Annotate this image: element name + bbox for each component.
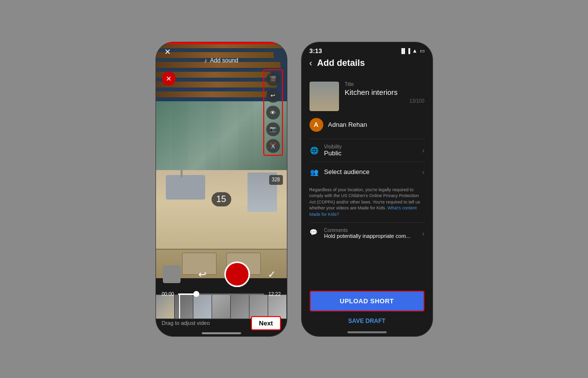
comment-icon: 💬 [309,229,319,238]
username: Adnan Rehan [328,121,368,128]
thumbnail-preview[interactable] [163,265,181,283]
toolbar-icon-5[interactable]: ✂️ [266,139,280,153]
home-indicator-right [347,331,387,333]
home-indicator-left [202,332,241,334]
music-icon: ♪ [204,57,207,64]
close-button[interactable]: ✕ [162,46,174,58]
status-bar: 3:13 ▐▌▐ ▲ ▭ [309,47,425,55]
film-strip[interactable] [156,294,287,319]
upload-short-button[interactable]: UPLOAD SHORT [309,291,425,312]
left-phone: ✕ ♪ Add sound ✕ 🎬 ↩ 👁 📷 ✂️ 328 15 ↩ ✓ [155,42,287,337]
sink [166,175,205,200]
right-header: ‹ Add details [302,58,433,68]
visibility-value: Public [324,149,342,157]
segment-counter: 15 [211,192,231,206]
check-button[interactable]: ✓ [264,266,279,282]
visibility-label: Visibility [324,144,342,149]
playback-row: 00:00 12:22 [162,291,281,297]
globe-icon: 🌐 [309,145,319,155]
progress-bar [156,42,287,44]
progress-track[interactable] [178,293,265,295]
audience-row[interactable]: 👥 Select audience › [309,162,425,182]
time-start: 00:00 [162,291,174,297]
comments-left: 💬 Comments Hold potentially inappropriat… [309,228,410,239]
audience-left: 👥 Select audience [309,167,370,177]
thumb-image [309,82,339,111]
save-draft-button[interactable]: SAVE DRAFT [309,316,425,326]
comments-chevron: › [422,230,425,237]
comments-label: Comments [324,228,410,233]
back-button[interactable]: ‹ [309,58,312,68]
status-time: 3:13 [309,47,322,55]
visibility-row[interactable]: 🌐 Visibility Public › [309,139,425,162]
visibility-col: Visibility Public [324,144,342,157]
title-section: Title Kitchen interiors 13/100 [309,82,425,111]
toolbar-icon-2[interactable]: ↩ [266,89,280,103]
right-phone: 3:13 ▐▌▐ ▲ ▭ ‹ Add details Title Kitchen… [301,42,433,337]
controls-row: ↩ ✓ [156,262,287,287]
status-icons: ▐▌▐ ▲ ▭ [400,48,424,54]
video-thumbnail [309,82,339,111]
red-x-button[interactable]: ✕ [162,72,176,86]
legal-text: Regardless of your location, you're lega… [309,187,425,218]
right-toolbar: 🎬 ↩ 👁 📷 ✂️ [263,69,283,156]
audience-icon: 👥 [309,167,319,177]
toolbar-icon-4[interactable]: 📷 [266,122,280,136]
toolbar-icon-1[interactable]: 🎬 [266,72,280,86]
comments-value: Hold potentially inappropriate com... [324,233,410,239]
left-top-bar: ✕ [162,46,281,58]
audience-chevron: › [422,168,425,176]
right-content: Title Kitchen interiors 13/100 A Adnan R… [302,76,433,307]
title-value: Kitchen interiors [345,88,425,96]
avatar: A [309,118,323,132]
toolbar-icon-3[interactable]: 👁 [266,106,280,119]
wifi-icon: ▲ [412,48,418,54]
audience-value: Select audience [324,168,370,175]
time-end: 12:22 [268,291,280,297]
signal-icon: ▐▌▐ [400,48,410,54]
visibility-left: 🌐 Visibility Public [309,144,342,157]
title-label: Title [345,82,425,87]
add-sound-bar[interactable]: ♪ Add sound [204,57,238,64]
bottom-text-row: Drag to adjust video Next [162,316,281,330]
undo-button[interactable]: ↩ [194,266,210,282]
record-button[interactable] [224,262,250,287]
add-sound-label: Add sound [210,57,238,64]
user-row: A Adnan Rehan [309,118,425,132]
visibility-chevron: › [422,146,425,154]
battery-icon: ▭ [420,48,425,54]
drag-label: Drag to adjust video [162,320,210,326]
page-title: Add details [317,58,365,68]
title-input-area[interactable]: Title Kitchen interiors 13/100 [345,82,425,104]
char-count: 13/100 [345,98,425,104]
next-button[interactable]: Next [251,316,280,330]
comments-row[interactable]: 💬 Comments Hold potentially inappropriat… [309,222,425,244]
right-bottom: UPLOAD SHORT SAVE DRAFT [309,291,425,326]
comment-col: Comments Hold potentially inappropriate … [324,228,410,239]
number-badge: 328 [269,175,283,185]
